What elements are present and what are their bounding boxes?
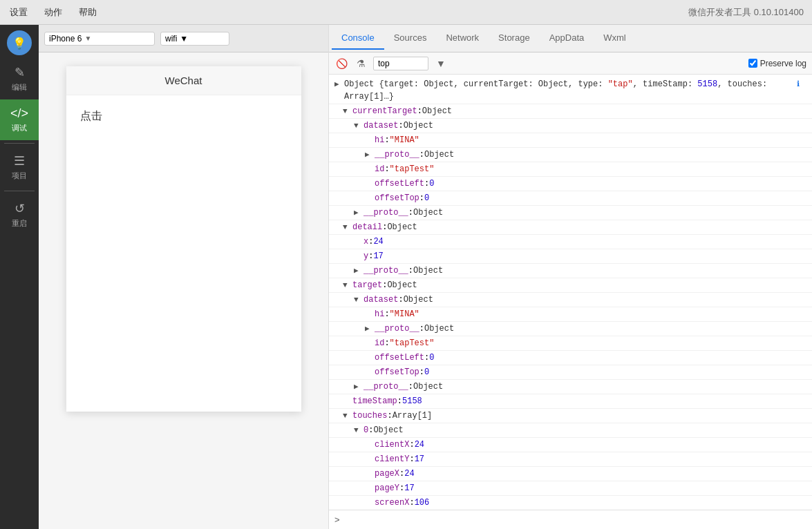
sidebar-item-debug[interactable]: </> 调试 (0, 99, 39, 140)
project-icon: ☰ (14, 153, 25, 169)
device-label: iPhone 6 (49, 34, 82, 44)
sidebar-label-edit: 编辑 (12, 82, 27, 93)
wifi-selector[interactable]: wifi ▼ (160, 32, 229, 46)
value: 24 (415, 439, 424, 451)
expand-icon[interactable] (365, 148, 372, 161)
expand-icon[interactable] (343, 221, 350, 233)
key: hi (375, 308, 384, 320)
key: y (363, 250, 368, 262)
expand-icon[interactable] (354, 264, 361, 277)
value: Object (387, 279, 417, 291)
expand-icon[interactable] (354, 381, 361, 393)
sidebar-label-debug: 调试 (12, 123, 27, 133)
key: 0 (363, 424, 368, 436)
prompt-arrow-icon: > (334, 514, 340, 525)
value: 24 (373, 235, 383, 248)
tab-storage[interactable]: Storage (489, 27, 540, 50)
expand-icon[interactable] (354, 294, 361, 306)
tab-network[interactable]: Network (436, 27, 489, 50)
menu-left: 设置 动作 帮助 (8, 3, 98, 21)
console-line: id: "tapTest" (329, 162, 812, 177)
console-line: Object {target: Object, currentTarget: O… (329, 77, 812, 104)
device-selector[interactable]: iPhone 6 ▼ (44, 32, 155, 46)
console-input[interactable] (344, 515, 806, 525)
key: __proto__ (375, 323, 419, 335)
console-line: offsetLeft: 0 (329, 351, 812, 365)
sidebar-item-edit[interactable]: ✎ 编辑 (0, 58, 39, 99)
value: "MINA" (390, 134, 419, 146)
expand-icon[interactable] (354, 424, 361, 436)
debug-icon: </> (10, 106, 28, 121)
key: pageY (375, 482, 399, 494)
tab-appdata[interactable]: AppData (540, 27, 594, 50)
tab-console[interactable]: Console (332, 27, 384, 50)
preserve-log-label: Preserve log (748, 59, 806, 68)
key: x (363, 235, 368, 248)
filter-input[interactable] (373, 57, 428, 70)
sidebar-label-restart: 重启 (12, 218, 27, 229)
value: 17 (415, 453, 424, 465)
key: dataset (363, 119, 398, 132)
expand-icon[interactable] (343, 410, 350, 422)
console-line: offsetTop: 0 (329, 365, 812, 380)
key: id (375, 163, 384, 175)
sidebar-item-project[interactable]: ☰ 项目 (0, 146, 39, 188)
console-line: __proto__: Object (329, 380, 812, 394)
console-line: dataset: Object (329, 119, 812, 133)
filter-button[interactable]: ⚗ (354, 57, 368, 70)
console-prompt: > (329, 510, 812, 529)
expand-icon[interactable] (354, 206, 361, 219)
console-line: __proto__: Object (329, 264, 812, 278)
value: 17 (404, 482, 414, 494)
value: 0 (429, 177, 434, 190)
key: target (352, 279, 382, 291)
phone-content: 点击 (66, 95, 301, 137)
sidebar: 💡 ✎ 编辑 </> 调试 ☰ 项目 ↺ 重启 (0, 25, 39, 529)
device-arrow-icon: ▼ (84, 35, 91, 42)
expand-icon[interactable] (343, 105, 350, 117)
value: 17 (373, 250, 383, 262)
menu-help[interactable]: 帮助 (77, 3, 98, 21)
expand-icon[interactable] (334, 78, 341, 90)
sidebar-divider-2 (4, 191, 35, 191)
key: offsetTop (375, 192, 419, 204)
expand-icon[interactable] (354, 119, 361, 132)
sidebar-logo[interactable]: 💡 (7, 30, 32, 55)
value: Object (404, 294, 433, 306)
console-text: Object {target: Object, currentTarget: O… (344, 78, 797, 103)
console-line: touches: Array[1] (329, 409, 812, 423)
console-line: pageX: 24 (329, 467, 812, 481)
value: Object (413, 264, 443, 277)
filter-dropdown-button[interactable]: ▼ (434, 57, 448, 70)
value: Array[1] (393, 410, 433, 422)
sidebar-label-project: 项目 (12, 171, 27, 181)
console-line: offsetTop: 0 (329, 191, 812, 206)
value: 0 (424, 366, 429, 378)
console-line: hi: "MINA" (329, 133, 812, 148)
value: Object (422, 105, 452, 117)
preserve-log-checkbox[interactable] (748, 59, 757, 68)
key: pageX (375, 468, 399, 480)
sidebar-item-restart[interactable]: ↺ 重启 (0, 194, 39, 235)
key: offsetLeft (375, 177, 424, 190)
clear-console-button[interactable]: 🚫 (334, 57, 348, 70)
tab-sources[interactable]: Sources (384, 27, 437, 50)
menu-actions[interactable]: 动作 (43, 3, 64, 21)
devtools-toolbar: 🚫 ⚗ ▼ Preserve log (329, 52, 812, 75)
value: Object (387, 221, 417, 233)
console-line: __proto__: Object (329, 322, 812, 336)
menu-settings[interactable]: 设置 (8, 3, 29, 21)
console-line: x: 24 (329, 235, 812, 249)
key: timeStamp (352, 395, 397, 407)
console-line: pageY: 17 (329, 481, 812, 496)
expand-icon[interactable] (365, 323, 372, 335)
value: Object (373, 424, 403, 436)
expand-icon[interactable] (343, 279, 350, 291)
wifi-label: wifi (165, 34, 177, 44)
value: Object (424, 148, 454, 161)
value: 5158 (402, 395, 422, 407)
key: currentTarget (352, 105, 417, 117)
console-line: clientX: 24 (329, 438, 812, 452)
tab-wxml[interactable]: Wxml (594, 27, 636, 50)
value: "MINA" (390, 308, 419, 320)
